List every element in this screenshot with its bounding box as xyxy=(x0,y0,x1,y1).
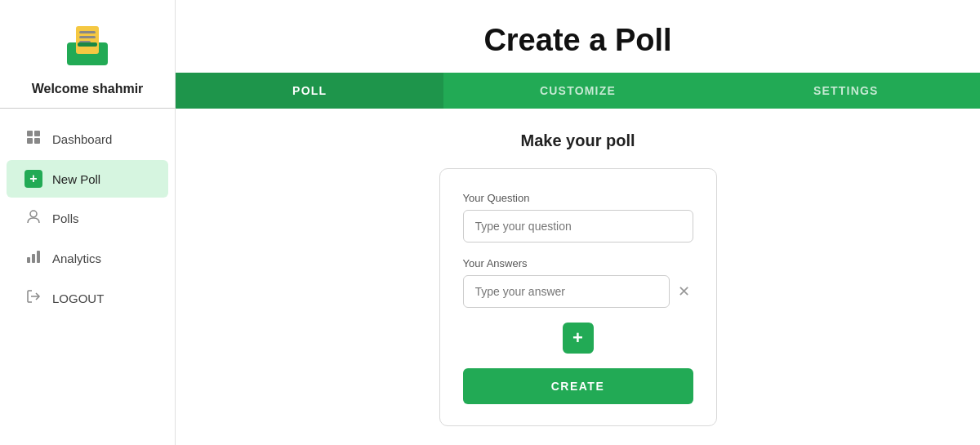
sidebar-nav: Dashboard + New Poll Polls xyxy=(0,115,175,323)
sidebar-item-polls[interactable]: Polls xyxy=(7,199,168,238)
sidebar-item-label-new-poll: New Poll xyxy=(52,172,100,186)
app-logo xyxy=(0,0,175,82)
tab-poll[interactable]: POLL xyxy=(176,73,443,109)
question-label: Your Question xyxy=(463,192,693,204)
svg-rect-6 xyxy=(27,131,33,136)
sidebar-item-label-analytics: Analytics xyxy=(52,251,101,265)
plus-icon: + xyxy=(24,170,42,188)
svg-rect-8 xyxy=(27,138,33,144)
svg-rect-5 xyxy=(78,42,97,47)
svg-rect-13 xyxy=(37,251,40,263)
page-title: Create a Poll xyxy=(176,0,980,73)
sidebar-item-logout[interactable]: LOGOUT xyxy=(7,279,168,318)
form-subtitle: Make your poll xyxy=(520,131,635,150)
bar-chart-icon xyxy=(24,249,42,268)
create-poll-button[interactable]: CREATE xyxy=(463,368,693,404)
sidebar-item-new-poll[interactable]: + New Poll xyxy=(7,160,168,198)
logout-icon xyxy=(24,289,42,308)
svg-rect-7 xyxy=(34,131,40,136)
person-icon xyxy=(24,209,42,228)
answer-row: ✕ xyxy=(463,275,693,308)
add-answer-button[interactable]: + xyxy=(563,323,594,354)
tab-customize[interactable]: CUSTOMIZE xyxy=(443,73,711,109)
main-content: Create a Poll POLL CUSTOMIZE SETTINGS Ma… xyxy=(176,0,980,445)
sidebar-item-label-polls: Polls xyxy=(52,211,79,225)
sidebar-divider xyxy=(0,108,175,109)
sidebar-item-dashboard[interactable]: Dashboard xyxy=(7,120,168,158)
sidebar-item-analytics[interactable]: Analytics xyxy=(7,239,168,278)
form-section: Make your poll Your Question Your Answer… xyxy=(176,109,980,445)
answers-label: Your Answers xyxy=(463,257,693,269)
form-card: Your Question Your Answers ✕ + CREATE xyxy=(439,168,717,426)
svg-rect-1 xyxy=(76,26,99,54)
sidebar: Welcome shahmir Dashboard + New Poll xyxy=(0,0,176,445)
question-input[interactable] xyxy=(463,210,693,243)
question-field-group: Your Question xyxy=(463,192,693,243)
svg-rect-12 xyxy=(32,254,35,263)
sidebar-item-label-logout: LOGOUT xyxy=(52,291,104,305)
welcome-text: Welcome shahmir xyxy=(0,82,175,108)
clear-answer-button[interactable]: ✕ xyxy=(675,283,693,300)
logo-icon xyxy=(63,20,112,69)
grid-icon xyxy=(24,130,42,149)
tab-settings[interactable]: SETTINGS xyxy=(712,73,980,109)
answer-input[interactable] xyxy=(463,275,670,308)
svg-point-10 xyxy=(30,211,37,217)
sidebar-item-label-dashboard: Dashboard xyxy=(52,132,112,146)
svg-rect-9 xyxy=(34,138,40,144)
svg-rect-3 xyxy=(79,36,96,38)
answers-field-group: Your Answers ✕ xyxy=(463,257,693,308)
svg-rect-2 xyxy=(79,31,96,33)
svg-rect-11 xyxy=(27,257,30,263)
tabs-bar: POLL CUSTOMIZE SETTINGS xyxy=(176,73,980,109)
